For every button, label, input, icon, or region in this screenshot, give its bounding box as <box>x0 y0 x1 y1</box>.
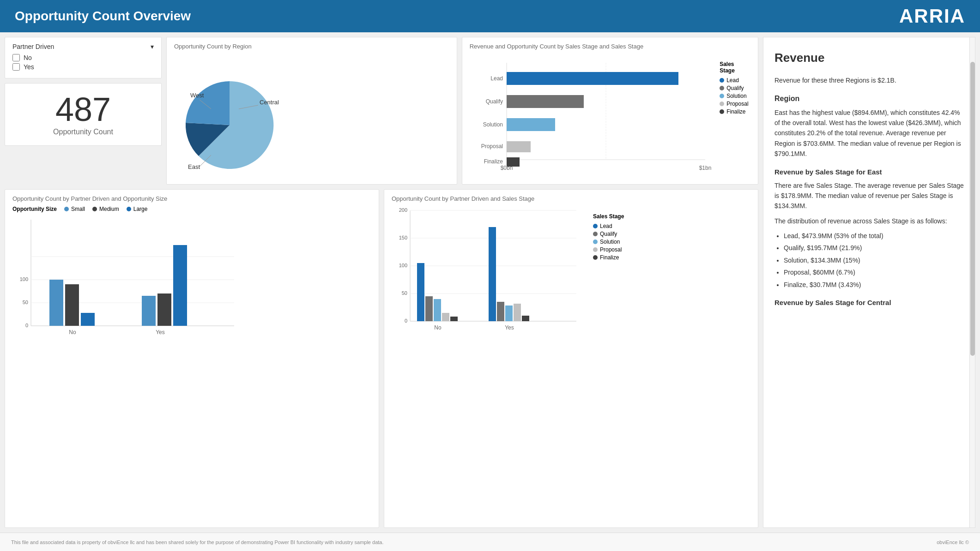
size-legend-heading: Opportunity Size <box>12 206 57 212</box>
revenue-legend: Sales Stage Lead Qualify Solution <box>720 54 750 180</box>
pie-chart-title: Opportunity Count by Region <box>174 43 449 50</box>
legend-solution: Solution <box>720 93 750 99</box>
checkbox-no[interactable] <box>12 54 20 61</box>
partner-size-box: Opportunity Count by Partner Driven and … <box>5 189 379 528</box>
arria-logo: ARRIA <box>899 5 965 27</box>
central-heading: Revenue by Sales Stage for Central <box>774 297 964 308</box>
revenue-bar-svg: Lead Qualify Solution Proposal Finalize … <box>470 54 713 180</box>
header: Opportunity Count Overview ARRIA <box>0 0 980 32</box>
label-west: West <box>190 92 204 99</box>
bar-proposal <box>507 141 531 152</box>
footer-left: This file and associated data is propert… <box>11 539 384 545</box>
stage-legend-finalize: Finalize <box>593 254 624 261</box>
filter-box: Partner Driven ▾ No Yes <box>5 37 162 78</box>
svg-rect-39 <box>489 227 496 321</box>
pie-chart-box: Opportunity Count by Region Central <box>166 37 457 185</box>
svg-text:Yes: Yes <box>156 329 165 335</box>
bar-qualify <box>507 95 584 108</box>
svg-rect-40 <box>497 302 504 321</box>
east-item-2: Solution, $134.3MM (15%) <box>784 255 964 265</box>
page-title: Opportunity Count Overview <box>15 9 191 24</box>
legend-lead: Lead <box>720 77 750 84</box>
stage-legend-title: Sales Stage <box>593 213 624 220</box>
partner-stage-svg: 0 50 100 150 200 <box>392 206 586 349</box>
east-item-3: Proposal, $60MM (6.7%) <box>784 267 964 277</box>
qualify-dot <box>720 86 724 90</box>
filter-label: Partner Driven <box>12 43 54 50</box>
svg-rect-36 <box>434 299 441 321</box>
legend-large: Large <box>127 206 148 212</box>
checkbox-no-row: No <box>12 54 154 61</box>
legend-small: Small <box>64 206 85 212</box>
stage-lead-label: Lead <box>600 223 612 229</box>
partner-size-title: Opportunity Count by Partner Driven and … <box>12 195 371 202</box>
stage-finalize-label: Finalize <box>600 254 619 261</box>
svg-text:200: 200 <box>399 207 407 213</box>
checkbox-yes-label: Yes <box>24 63 34 71</box>
footer-right: obviEnce llc © <box>937 539 969 545</box>
svg-text:100: 100 <box>20 276 28 282</box>
legend-qualify-label: Qualify <box>726 85 744 91</box>
revenue-intro: Revenue for these three Regions is $2.1B… <box>774 75 964 85</box>
filter-header: Partner Driven ▾ <box>12 43 154 50</box>
revenue-heading: Revenue <box>774 48 964 68</box>
kpi-number: 487 <box>55 93 111 126</box>
label-central: Central <box>260 99 279 106</box>
stage-solution-dot <box>593 240 598 244</box>
svg-text:100: 100 <box>399 263 407 268</box>
stage-legend-solution: Solution <box>593 239 624 245</box>
stage-legend-lead: Lead <box>593 223 624 229</box>
lead-dot <box>720 78 724 83</box>
chevron-down-icon[interactable]: ▾ <box>151 43 154 50</box>
svg-text:$0bn: $0bn <box>500 165 513 171</box>
no-medium <box>65 284 79 326</box>
svg-text:$1bn: $1bn <box>699 165 711 171</box>
east-intro1: There are five Sales Stage. The average … <box>774 180 964 211</box>
checkbox-no-label: No <box>24 54 32 61</box>
proposal-dot <box>720 102 724 106</box>
top-row: Partner Driven ▾ No Yes 487 Opportun <box>5 37 758 185</box>
region-text: East has the highest value ($894.6MM), w… <box>774 108 964 159</box>
large-label: Large <box>133 206 148 212</box>
large-dot <box>127 207 131 211</box>
finalize-dot <box>720 109 724 114</box>
svg-rect-42 <box>514 304 521 321</box>
stage-proposal-dot <box>593 247 598 252</box>
pie-chart-svg: Central West East <box>174 54 294 178</box>
legend-medium: Medium <box>92 206 119 212</box>
size-legend-row: Opportunity Size Small Medium Large <box>12 206 371 212</box>
legend-finalize: Finalize <box>720 108 750 115</box>
legend-qualify: Qualify <box>720 85 750 91</box>
scroll-track[interactable] <box>969 37 975 527</box>
stage-lead-dot <box>593 224 598 228</box>
legend-lead-label: Lead <box>726 77 739 84</box>
stage-proposal-label: Proposal <box>600 246 622 253</box>
east-item-0: Lead, $473.9MM (53% of the total) <box>784 231 964 241</box>
legend-proposal-label: Proposal <box>726 101 748 107</box>
svg-text:Solution: Solution <box>483 121 502 128</box>
bar-solution <box>507 118 555 131</box>
label-east: East <box>188 163 200 170</box>
scroll-thumb[interactable] <box>970 62 975 356</box>
checkbox-yes-row: Yes <box>12 63 154 71</box>
stage-qualify-label: Qualify <box>600 231 617 237</box>
svg-text:0: 0 <box>405 318 407 323</box>
partner-stage-box: Opportunity Count by Partner Driven and … <box>384 189 758 528</box>
revenue-chart-box: Revenue and Opportunity Count by Sales S… <box>462 37 758 185</box>
no-large <box>81 313 95 326</box>
medium-label: Medium <box>99 206 119 212</box>
right-panel: Revenue Revenue for these three Regions … <box>763 37 975 528</box>
svg-text:Qualify: Qualify <box>485 98 502 105</box>
svg-text:Yes: Yes <box>505 324 514 331</box>
svg-rect-38 <box>450 317 458 321</box>
checkbox-yes[interactable] <box>12 63 20 71</box>
revenue-legend-title: Sales Stage <box>720 61 750 74</box>
svg-rect-43 <box>522 316 529 321</box>
svg-rect-34 <box>417 263 424 321</box>
stage-legend-proposal: Proposal <box>593 246 624 253</box>
svg-rect-35 <box>425 296 433 321</box>
stage-legend-qualify: Qualify <box>593 231 624 237</box>
kpi-label: Opportunity Count <box>53 128 113 136</box>
legend-proposal: Proposal <box>720 101 750 107</box>
revenue-chart-title: Revenue and Opportunity Count by Sales S… <box>470 43 750 50</box>
